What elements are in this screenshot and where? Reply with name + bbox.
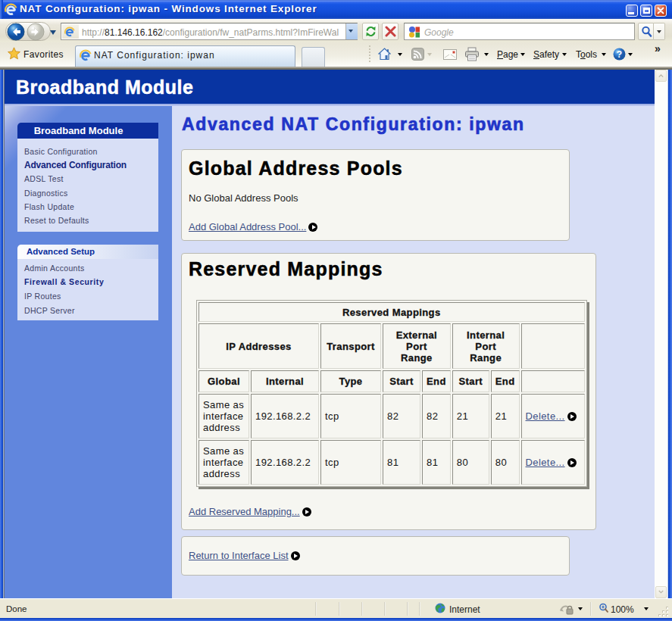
svg-text:?: ?	[617, 49, 622, 60]
